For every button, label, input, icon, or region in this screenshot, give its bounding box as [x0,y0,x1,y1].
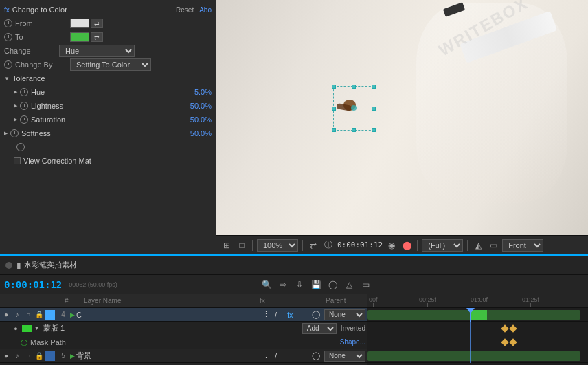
ctrl1-icon[interactable]: ⇨ [277,278,289,291]
to-row: To ⇄ [0,30,216,44]
lightness-value[interactable]: 50.0% [190,102,212,110]
layer4-switch2[interactable]: / [275,311,286,319]
preview-background: WRITEBOX [216,0,588,235]
saturation-stopwatch-icon[interactable] [20,115,28,124]
quality-dropdown[interactable]: (Full) [422,239,463,252]
effect-panel: fx Change to Color Reset Abo From ⇄ To ⇄… [0,0,216,254]
to-stopwatch-icon[interactable] [4,33,12,41]
aspect-icon[interactable]: ▭ [487,239,499,252]
ctrl3-icon[interactable]: 💾 [310,278,322,291]
handle-topmid[interactable] [352,85,356,89]
tolerance-triangle-icon: ▼ [4,76,10,82]
changeby-stopwatch-icon[interactable] [4,60,12,69]
search-icon[interactable]: 🔍 [260,278,273,291]
view-correction-checkbox[interactable] [14,157,21,164]
layer4-label-color [45,310,55,320]
layer4-switch1[interactable]: ⋮ [262,310,273,319]
layer4-fx-badge[interactable]: fx [287,311,298,319]
ctrl4-icon[interactable]: ◯ [326,278,339,291]
layer5-play-icon[interactable]: ▶ [70,353,75,360]
layer4-vis-icon[interactable]: ● [1,310,11,320]
layer4-solo-icon[interactable]: ○ [23,310,33,320]
tolerance-section-header[interactable]: ▼ Tolerance [0,71,216,85]
layer5-audio-icon[interactable]: ♪ [12,351,22,361]
change-by-dropdown[interactable]: Setting To Color [70,58,151,71]
abo-button[interactable]: Abo [199,6,212,14]
lightness-label: Lightness [31,102,63,110]
camera-icon[interactable]: ◉ [385,239,398,252]
maskpath-value[interactable]: Shape... [340,338,365,346]
from-arrow-btn[interactable]: ⇄ [91,19,103,28]
handle-topleft[interactable] [332,85,336,89]
timecode-display[interactable]: 0:00:01:12 [4,279,62,290]
layer4-switch5[interactable]: ◯ [312,310,323,319]
ctrl5-icon[interactable]: △ [343,278,355,291]
saturation-value[interactable]: 50.0% [190,115,212,124]
timeline-menu-icon[interactable]: ☰ [82,261,89,269]
from-color-swatch[interactable] [70,19,89,28]
change-dropdown[interactable]: Hue [59,45,135,57]
grid-icon[interactable]: ⊞ [220,239,233,252]
softness-value[interactable]: 50.0% [190,129,212,137]
layer5-solo-icon[interactable]: ○ [23,351,33,361]
zoom-dropdown[interactable]: 100% [257,239,298,252]
handle-topright[interactable] [372,85,376,89]
layer4-parent-dropdown[interactable]: None [324,309,365,320]
ruler-25f: 00:25f [419,296,436,307]
layer4-play-icon[interactable]: ▶ [70,311,75,318]
fit-icon[interactable]: ⇄ [307,239,319,252]
color-wheel-icon[interactable]: ⬤ [400,239,413,252]
handle-bottomright[interactable] [372,128,376,132]
keyframe-1b[interactable] [509,324,517,332]
mask1-row: ● ▼ 蒙版 1 Add Inverted [0,322,367,335]
fx-badge: fx [4,6,10,14]
layer5-switch5[interactable]: ◯ [312,351,323,360]
hue-stopwatch-icon[interactable] [20,88,28,96]
saturation-triangle-icon: ▶ [14,117,17,122]
mask1-add-dropdown[interactable]: Add [302,323,337,334]
ctrl6-icon[interactable]: ▭ [359,278,372,291]
layer4-audio-icon[interactable]: ♪ [12,310,22,320]
mask1-triangle-icon[interactable]: ▼ [34,326,39,331]
keyframe-2a[interactable] [501,338,508,346]
change-row: Change Hue [0,44,216,58]
monitor-icon[interactable]: □ [236,239,248,252]
layer4-lock-icon[interactable]: 🔒 [34,310,44,320]
to-color-swatch[interactable] [70,32,89,42]
layer5-bar [368,351,580,361]
layer5-track [368,349,588,363]
handle-midleft[interactable] [332,107,336,111]
layer4-name: C [76,311,261,319]
softness-stopwatch-icon[interactable] [10,129,19,137]
layer5-num: 5 [58,352,69,360]
from-stopwatch-icon[interactable] [4,19,12,27]
info-icon[interactable]: ⓘ [322,239,335,252]
view-dropdown[interactable]: Front [502,239,543,252]
layer5-vis-icon[interactable]: ● [1,351,11,361]
layer-5-row[interactable]: ● ♪ ○ 🔒 5 ▶ 背景 ⋮ / ◯ None [0,349,367,363]
keyframe-2b[interactable] [509,338,517,346]
layer5-switch2[interactable]: / [275,352,286,360]
close-button[interactable] [5,262,12,269]
mask1-vis-icon[interactable]: ● [11,324,21,333]
to-arrow-btn[interactable]: ⇄ [91,32,103,42]
screen-icon[interactable]: ◭ [472,239,484,252]
handle-midright[interactable] [372,107,376,111]
ruler-0f: 00f [369,296,378,307]
col-fx: fx [257,297,271,305]
effect-title: Change to Color [12,5,67,14]
layer-4-row[interactable]: ● ♪ ○ 🔒 4 ▶ C ⋮ / fx ◯ None [0,308,367,322]
softness2-stopwatch-icon[interactable] [16,143,25,151]
layer5-parent-dropdown[interactable]: None [324,351,365,362]
lightness-stopwatch-icon[interactable] [20,102,28,110]
keyframe-1a[interactable] [501,324,508,332]
maskpath-vis-icon[interactable]: ◯ [19,338,29,347]
ctrl2-icon[interactable]: ⇩ [293,278,306,291]
layer5-switch1[interactable]: ⋮ [262,351,273,360]
hue-value[interactable]: 5.0% [194,88,212,96]
reset-button[interactable]: Reset [176,6,194,14]
layer5-lock-icon[interactable]: 🔒 [34,351,44,361]
handle-bottommid[interactable] [352,128,356,132]
layer4-track [368,308,588,322]
handle-bottomleft[interactable] [332,128,336,132]
